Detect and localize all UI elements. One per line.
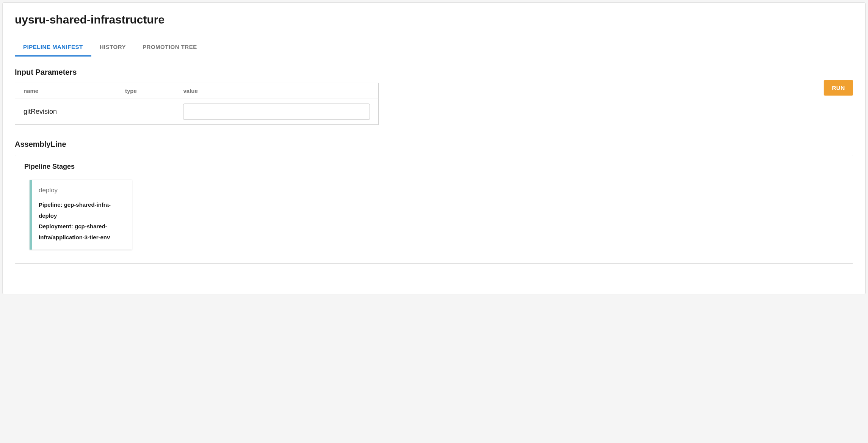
param-type-cell (117, 99, 175, 125)
assembly-heading: AssemblyLine (15, 140, 853, 149)
input-params-row: Input Parameters name type value gitRevi… (15, 68, 853, 125)
stage-pipeline-line: Pipeline: gcp-shared-infra-deploy (39, 200, 124, 221)
main-card: uysru-shared-infrastructure PIPELINE MAN… (2, 2, 866, 294)
stage-deployment-label: Deployment: (39, 223, 75, 229)
input-params-heading: Input Parameters (15, 68, 379, 77)
stage-title: deploy (39, 187, 124, 194)
assembly-box: Pipeline Stages deploy Pipeline: gcp-sha… (15, 155, 853, 264)
tabs: PIPELINE MANIFEST HISTORY PROMOTION TREE (15, 38, 853, 57)
run-button[interactable]: RUN (824, 80, 853, 96)
col-header-name: name (15, 83, 117, 99)
param-value-input[interactable] (183, 104, 370, 120)
col-header-value: value (175, 83, 378, 99)
tab-pipeline-manifest[interactable]: PIPELINE MANIFEST (15, 38, 91, 57)
input-params-table: name type value gitRevision (15, 83, 379, 125)
tab-promotion-tree[interactable]: PROMOTION TREE (134, 38, 205, 57)
page-title: uysru-shared-infrastructure (15, 13, 853, 26)
input-params-area: Input Parameters name type value gitRevi… (15, 68, 379, 125)
param-name-cell: gitRevision (15, 99, 117, 125)
pipeline-stages-header: Pipeline Stages (24, 163, 844, 171)
stage-deployment-line: Deployment: gcp-shared-infra/application… (39, 221, 124, 243)
col-header-type: type (117, 83, 175, 99)
param-value-cell (175, 99, 378, 125)
stage-pipeline-label: Pipeline: (39, 201, 64, 208)
assembly-section: AssemblyLine Pipeline Stages deploy Pipe… (15, 140, 853, 264)
stage-card[interactable]: deploy Pipeline: gcp-shared-infra-deploy… (30, 180, 132, 250)
table-row: gitRevision (15, 99, 379, 125)
run-area: RUN (388, 68, 853, 96)
tab-history[interactable]: HISTORY (91, 38, 134, 57)
